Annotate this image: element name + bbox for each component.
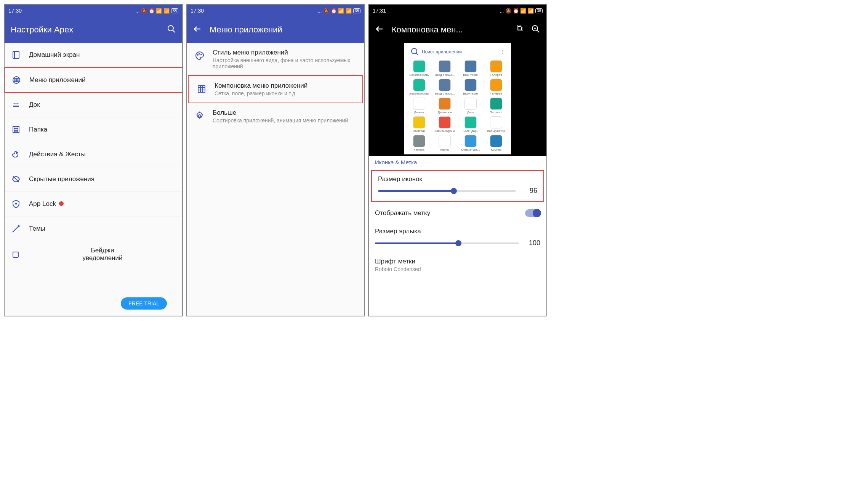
- svg-point-5: [14, 78, 15, 79]
- item-app-drawer[interactable]: Меню приложений: [5, 67, 182, 93]
- search-icon[interactable]: [167, 24, 176, 35]
- free-trial-button[interactable]: FREE TRIAL: [121, 297, 167, 310]
- svg-point-13: [18, 81, 18, 82]
- item-label: Домашний экран: [29, 51, 176, 59]
- status-time: 17:31: [373, 8, 386, 14]
- preview-app: Диск: [459, 98, 482, 114]
- svg-point-42: [412, 48, 417, 54]
- svg-line-39: [537, 30, 539, 32]
- svg-point-9: [16, 80, 17, 80]
- setting-label-font[interactable]: Шрифт метки Roboto Condensed: [369, 253, 546, 277]
- preview-panel: Поиск приложений ⋮ БезопасностьВвод с по…: [404, 43, 511, 154]
- item-drawer-style[interactable]: Стиль меню приложений Настройка внешнего…: [187, 43, 364, 75]
- lock-icon: [11, 199, 21, 209]
- item-label: Темы: [29, 225, 176, 233]
- preview-app: ВКонтакте: [459, 79, 482, 95]
- statusbar: 17:30 ... 🔕 ⏰ 📶 📶 38: [187, 5, 364, 17]
- setting-show-label[interactable]: Отображать метку: [369, 203, 546, 223]
- item-subtitle: Настройка внешнего вида, фона и часто ис…: [213, 57, 357, 69]
- svg-rect-31: [198, 85, 205, 92]
- slider-value: 96: [522, 187, 537, 195]
- svg-point-21: [14, 130, 16, 132]
- themes-icon: [11, 223, 21, 234]
- setting-label: Размер ярлыка: [375, 228, 540, 235]
- page-title: Настройки Apex: [11, 25, 159, 35]
- svg-point-0: [168, 26, 173, 31]
- share-icon[interactable]: [514, 24, 524, 35]
- preview-app: ВКонтакте: [459, 60, 482, 77]
- settings-list: Стиль меню приложений Настройка внешнего…: [187, 43, 364, 316]
- svg-point-29: [199, 53, 200, 54]
- preview-app: Безопасность: [407, 79, 431, 95]
- preview-grid: БезопасностьВвод с помо...ВКонтактеГалер…: [407, 60, 508, 151]
- setting-label: Размер иконок: [378, 175, 537, 183]
- item-label: Скрытые приложения: [29, 175, 176, 183]
- item-label: Док: [29, 101, 176, 109]
- preview-app: Клавиатура...: [459, 135, 482, 151]
- item-title: Компоновка меню приложений: [215, 82, 355, 90]
- preview-app: Галерея: [485, 79, 508, 95]
- appbar: Меню приложений: [187, 17, 364, 43]
- item-label: Папка: [29, 126, 176, 133]
- setting-icon-size: Размер иконок 96: [371, 170, 544, 202]
- svg-rect-2: [13, 51, 19, 58]
- svg-point-30: [201, 54, 202, 55]
- item-themes[interactable]: Темы: [5, 217, 182, 241]
- section-header: Иконка & Метка: [369, 156, 546, 169]
- item-drawer-layout[interactable]: Компоновка меню приложений Сетка, поле, …: [188, 75, 363, 103]
- appbar: Настройки Apex: [5, 17, 182, 43]
- app-drawer-icon: [11, 75, 22, 85]
- preview-app: Деньги: [407, 98, 431, 114]
- item-folder[interactable]: Папка: [5, 117, 182, 142]
- preview-app: Заметки: [407, 116, 431, 133]
- item-label: Действия & Жесты: [29, 151, 176, 158]
- item-subtitle: Сетка, поле, размер иконки и.т.д.: [215, 90, 355, 96]
- preview-app: Карты: [433, 135, 457, 151]
- item-app-lock[interactable]: App Lock: [5, 192, 182, 217]
- toggle-switch[interactable]: [525, 209, 540, 217]
- palette-icon: [194, 50, 205, 61]
- zoom-icon[interactable]: [531, 24, 540, 35]
- gestures-icon: [11, 149, 21, 160]
- svg-rect-26: [13, 252, 18, 257]
- svg-point-22: [17, 130, 18, 132]
- icon-size-slider[interactable]: [378, 190, 516, 192]
- status-icons: ... 🔕 ⏰ 📶 📶 38: [136, 8, 178, 14]
- folder-icon: [11, 124, 21, 135]
- phone-screen-2: 17:30 ... 🔕 ⏰ 📶 📶 38 Меню приложений Сти…: [186, 4, 365, 316]
- back-icon[interactable]: [193, 24, 202, 35]
- preview-app: Компас: [485, 135, 508, 151]
- dock-icon: [11, 100, 21, 110]
- status-icons: ... 🔕 ⏰ 📶 📶 38: [318, 8, 360, 14]
- svg-point-17: [18, 103, 19, 104]
- statusbar: 17:30 ... 🔕 ⏰ 📶 📶 38: [5, 5, 182, 17]
- item-more[interactable]: Больше Сортировка приложений, анимация м…: [187, 103, 364, 130]
- gear-icon: [194, 111, 205, 121]
- preview-app: Ввод с помо...: [433, 79, 457, 95]
- item-hidden-apps[interactable]: Скрытые приложения: [5, 167, 182, 192]
- setting-label-size: Размер ярлыка 100: [369, 223, 546, 253]
- home-screen-icon: [11, 50, 21, 60]
- status-icons: ... 🔕 ⏰ 📶 📶 38: [500, 8, 543, 14]
- item-dock[interactable]: Док: [5, 93, 182, 117]
- item-gestures[interactable]: Действия & Жесты: [5, 142, 182, 167]
- back-icon[interactable]: [375, 24, 384, 35]
- notification-dot: [59, 201, 64, 206]
- item-home-screen[interactable]: Домашний экран: [5, 43, 182, 67]
- svg-point-28: [197, 55, 198, 55]
- item-label: Меню приложений: [29, 76, 176, 84]
- appbar: Компоновка мен...: [369, 17, 546, 43]
- badges-icon: [11, 249, 21, 260]
- svg-line-1: [173, 30, 175, 32]
- svg-point-16: [16, 103, 17, 104]
- svg-point-20: [17, 128, 18, 129]
- item-label: App Lock: [29, 200, 176, 208]
- item-badges[interactable]: Бейджи уведомлений: [5, 241, 182, 267]
- label-size-slider[interactable]: [375, 242, 519, 244]
- page-title: Компоновка мен...: [392, 25, 507, 35]
- svg-point-6: [16, 78, 17, 79]
- svg-point-8: [14, 80, 15, 80]
- svg-point-10: [18, 80, 18, 80]
- svg-rect-14: [13, 106, 19, 107]
- status-time: 17:30: [8, 8, 22, 14]
